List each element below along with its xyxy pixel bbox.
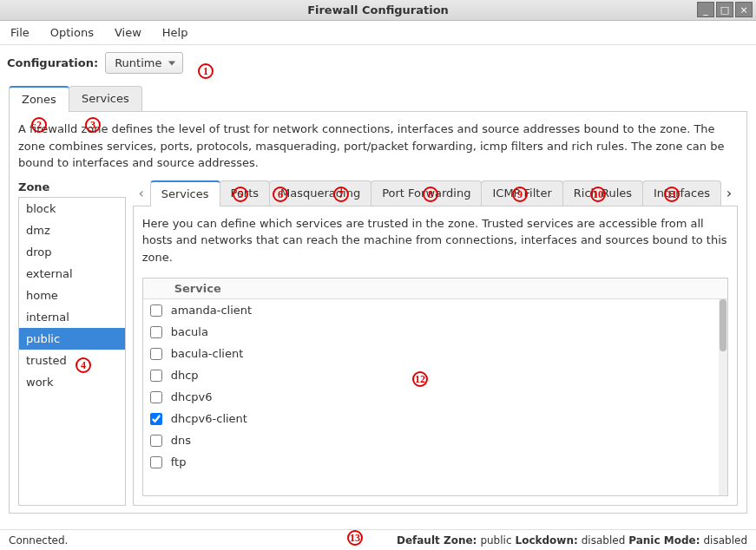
tab-zones[interactable]: Zones — [9, 86, 69, 111]
service-row[interactable]: dhcpv6-client — [143, 408, 727, 429]
scroll-right-icon[interactable]: › — [720, 185, 738, 201]
configuration-value: Runtime — [115, 56, 161, 69]
services-panel: Here you can define which services are t… — [133, 206, 738, 506]
menu-view[interactable]: View — [111, 23, 145, 43]
service-row[interactable]: dhcp — [143, 364, 727, 386]
menu-options[interactable]: Options — [47, 23, 97, 43]
configuration-row: Configuration: Runtime — [0, 45, 756, 81]
titlebar: Firewall Configuration _ □ × — [0, 0, 756, 21]
configuration-label: Configuration: — [7, 56, 98, 69]
zone-item-block[interactable]: block — [19, 198, 125, 219]
zone-detail-panel: ‹ Services Ports Masquerading Port Forwa… — [133, 180, 738, 506]
service-row[interactable]: bacula-client — [143, 343, 727, 364]
status-lockdown-label: Lockdown: — [515, 534, 577, 547]
subtab-ports[interactable]: Ports — [220, 180, 271, 206]
subtab-icmp-filter[interactable]: ICMP Filter — [481, 180, 562, 206]
service-checkbox[interactable] — [150, 304, 162, 317]
zone-area: Zone blockdmzdropexternalhomeinternalpub… — [18, 180, 738, 506]
subtab-masquerading[interactable]: Masquerading — [269, 180, 371, 206]
status-panic: disabled — [703, 534, 747, 547]
scrollbar[interactable] — [719, 299, 727, 495]
zone-description: A firewalld zone defines the level of tr… — [18, 121, 738, 172]
zone-item-dmz[interactable]: dmz — [19, 219, 125, 241]
service-row[interactable]: amanda-client — [143, 299, 727, 321]
services-description: Here you can define which services are t… — [142, 215, 728, 266]
service-name: dhcpv6 — [171, 390, 213, 403]
menu-help[interactable]: Help — [159, 23, 192, 43]
service-name: ftp — [171, 455, 187, 468]
service-checkbox[interactable] — [150, 370, 162, 382]
menu-file[interactable]: File — [7, 23, 33, 43]
zone-item-drop[interactable]: drop — [19, 241, 125, 263]
service-name: bacula-client — [171, 347, 244, 360]
subtab-rich-rules[interactable]: Rich Rules — [562, 180, 643, 206]
configuration-select[interactable]: Runtime — [105, 52, 183, 74]
services-table: Service amanda-clientbaculabacula-client… — [142, 278, 728, 496]
service-column-header[interactable]: Service — [143, 278, 727, 299]
service-checkbox[interactable] — [150, 348, 162, 360]
zone-item-internal[interactable]: internal — [19, 306, 125, 328]
zone-label: Zone — [18, 180, 126, 193]
zone-item-external[interactable]: external — [19, 263, 125, 285]
status-default-zone-label: Default Zone: — [397, 534, 477, 547]
service-name: dns — [171, 434, 191, 447]
service-checkbox[interactable] — [150, 326, 162, 338]
service-row[interactable]: dhcpv6 — [143, 386, 727, 408]
main-panel: A firewalld zone defines the level of tr… — [9, 111, 747, 514]
sub-tabs-row: ‹ Services Ports Masquerading Port Forwa… — [133, 180, 738, 206]
scrollbar-thumb[interactable] — [720, 299, 726, 351]
tab-services[interactable]: Services — [69, 86, 142, 111]
subtab-interfaces[interactable]: Interfaces — [642, 180, 721, 206]
zone-list-panel: Zone blockdmzdropexternalhomeinternalpub… — [18, 180, 126, 506]
status-right: Default Zone: public Lockdown: disabled … — [397, 534, 747, 547]
zone-item-public[interactable]: public — [19, 328, 125, 350]
service-name: bacula — [171, 325, 208, 338]
service-checkbox[interactable] — [150, 456, 162, 468]
main-tabs: Zones Services — [9, 86, 747, 111]
service-row[interactable]: dns — [143, 429, 727, 451]
status-connection: Connected. — [9, 534, 68, 547]
service-row[interactable]: ftp — [143, 451, 727, 473]
sub-tabs: Services Ports Masquerading Port Forward… — [150, 180, 720, 206]
service-name: dhcpv6-client — [171, 412, 247, 425]
service-checkbox[interactable] — [150, 413, 162, 425]
status-default-zone: public — [480, 534, 511, 547]
service-name: dhcp — [171, 369, 199, 382]
subtab-port-forwarding[interactable]: Port Forwarding — [371, 180, 482, 206]
scroll-left-icon[interactable]: ‹ — [133, 185, 150, 201]
zone-list[interactable]: blockdmzdropexternalhomeinternalpublictr… — [18, 197, 126, 506]
service-checkbox[interactable] — [150, 435, 162, 447]
close-button[interactable]: × — [735, 2, 753, 17]
service-name: amanda-client — [171, 304, 252, 317]
service-checkbox[interactable] — [150, 391, 162, 403]
zone-item-work[interactable]: work — [19, 371, 125, 393]
status-lockdown: disabled — [582, 534, 626, 547]
zone-item-home[interactable]: home — [19, 285, 125, 306]
window-title: Firewall Configuration — [307, 3, 449, 16]
statusbar: Connected. Default Zone: public Lockdown… — [0, 529, 756, 550]
status-panic-label: Panic Mode: — [628, 534, 700, 547]
menubar: File Options View Help — [0, 21, 756, 45]
minimize-button[interactable]: _ — [697, 2, 714, 17]
zone-item-trusted[interactable]: trusted — [19, 350, 125, 371]
window-controls: _ □ × — [697, 2, 753, 17]
service-row[interactable]: bacula — [143, 321, 727, 343]
maximize-button[interactable]: □ — [716, 2, 733, 17]
subtab-services[interactable]: Services — [150, 180, 220, 206]
